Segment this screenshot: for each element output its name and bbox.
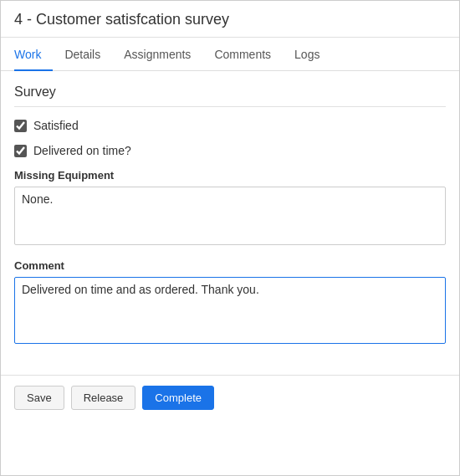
comment-section: Comment Delivered on time and as ordered… xyxy=(14,259,446,346)
satisfied-checkbox[interactable] xyxy=(14,120,27,132)
delivered-checkbox[interactable] xyxy=(14,145,27,157)
delivered-checkbox-wrapper[interactable]: Delivered on time? xyxy=(14,144,131,157)
comment-label: Comment xyxy=(14,259,446,272)
tab-logs[interactable]: Logs xyxy=(283,38,331,71)
release-button[interactable]: Release xyxy=(71,386,136,410)
missing-equipment-textarea[interactable]: None. xyxy=(14,187,446,245)
tab-assignments[interactable]: Assignments xyxy=(112,38,202,71)
tab-comments[interactable]: Comments xyxy=(202,38,283,71)
page-title: 4 - Customer satisfcation survey xyxy=(1,1,459,38)
footer: Save Release Complete xyxy=(1,375,459,420)
tabs-bar: Work Details Assignments Comments Logs xyxy=(1,38,459,71)
missing-equipment-section: Missing Equipment None. xyxy=(14,169,446,248)
satisfied-checkbox-wrapper[interactable]: Satisfied xyxy=(14,119,79,132)
satisfied-row: Satisfied xyxy=(14,119,446,132)
comment-textarea[interactable]: Delivered on time and as ordered. Thank … xyxy=(14,277,446,344)
delivered-label: Delivered on time? xyxy=(33,144,131,157)
survey-section-title: Survey xyxy=(14,84,446,107)
delivered-row: Delivered on time? xyxy=(14,144,446,157)
tab-work[interactable]: Work xyxy=(14,38,53,71)
save-button[interactable]: Save xyxy=(14,386,64,410)
main-content: Survey Satisfied Delivered on time? Miss… xyxy=(1,71,459,371)
page-container: 4 - Customer satisfcation survey Work De… xyxy=(0,0,460,476)
satisfied-label: Satisfied xyxy=(33,119,79,132)
tab-details[interactable]: Details xyxy=(53,38,112,71)
complete-button[interactable]: Complete xyxy=(142,386,214,410)
missing-equipment-label: Missing Equipment xyxy=(14,169,446,182)
